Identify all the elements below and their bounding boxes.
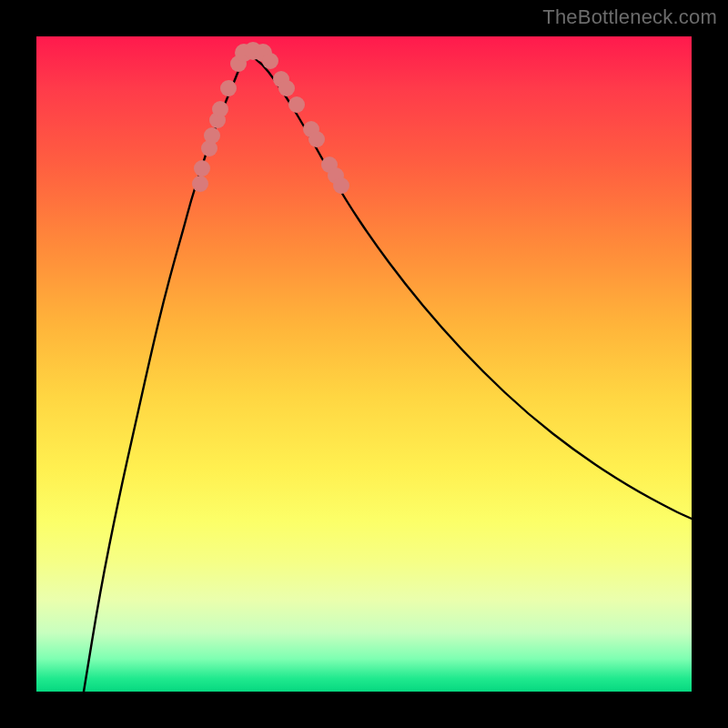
data-point [204,127,220,144]
watermark-text: TheBottleneck.com [542,5,717,29]
data-point [220,80,237,96]
data-point [308,131,325,147]
data-point [194,160,210,177]
plot-area [36,36,692,692]
chart-frame: TheBottleneck.com [0,0,728,728]
data-point [278,80,295,96]
curve-left-branch [84,53,248,692]
data-point [212,101,228,117]
data-point [288,96,305,113]
data-point [262,53,278,69]
data-point [333,177,349,194]
data-point [192,176,208,192]
chart-svg [36,36,692,692]
